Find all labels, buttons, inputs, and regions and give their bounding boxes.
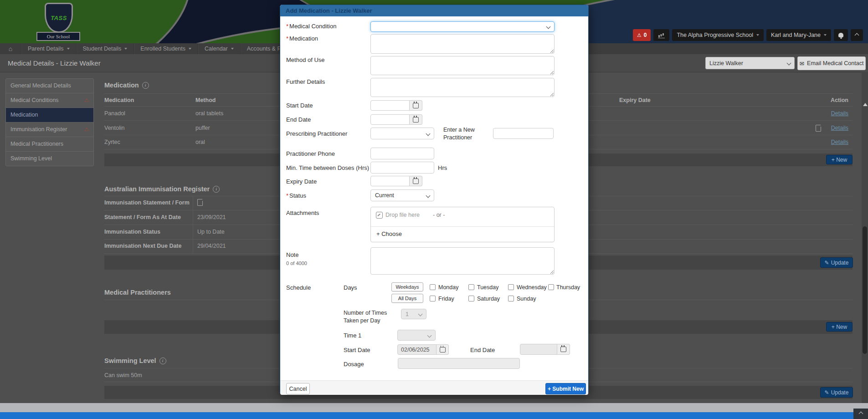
sidebar-item-medication[interactable]: Medication bbox=[6, 107, 93, 122]
practitioner-phone-label: Practitioner Phone bbox=[286, 150, 335, 157]
medication-textarea[interactable] bbox=[370, 34, 555, 54]
min-time-input[interactable] bbox=[370, 162, 434, 174]
sidebar-item-swimming-level[interactable]: Swimming Level bbox=[6, 151, 93, 166]
air-row-value: 29/04/2021 bbox=[197, 243, 226, 249]
vertical-scrollbar[interactable] bbox=[862, 72, 868, 403]
update-swimming-button[interactable]: ✎ Update bbox=[820, 387, 853, 398]
tuesday-checkbox[interactable] bbox=[468, 284, 474, 290]
collapse-header-button[interactable] bbox=[851, 29, 863, 41]
chevron-up-icon bbox=[858, 412, 863, 416]
nav-student-details[interactable]: Student Details bbox=[77, 43, 134, 54]
method-of-use-textarea[interactable] bbox=[370, 56, 555, 75]
schedule-start-date-input[interactable]: 02/06/2025 bbox=[397, 344, 437, 355]
page-title: Medical Details - Lizzie Walker bbox=[8, 59, 101, 67]
details-link[interactable]: Details bbox=[812, 139, 848, 145]
further-details-textarea[interactable] bbox=[370, 78, 555, 97]
prescribing-practitioner-select[interactable] bbox=[370, 128, 434, 139]
time1-label: Time 1 bbox=[344, 332, 361, 339]
end-date-input[interactable] bbox=[370, 114, 410, 125]
new-practitioner-button[interactable]: + New bbox=[826, 322, 853, 332]
new-medication-button[interactable]: + New bbox=[826, 155, 853, 164]
further-details-label: Further Details bbox=[286, 78, 325, 85]
schedule-end-date-input[interactable] bbox=[520, 344, 557, 355]
info-icon[interactable]: i bbox=[213, 186, 220, 193]
notifications-button[interactable] bbox=[834, 29, 848, 41]
chart-icon bbox=[658, 32, 665, 38]
modal-title: Add Medication - Lizzie Walker bbox=[280, 5, 588, 16]
logo-text: TASS bbox=[51, 15, 67, 21]
prescribing-practitioner-label: Prescribing Practitioner bbox=[286, 130, 347, 137]
alert-badge[interactable]: ⚠ 0 bbox=[633, 29, 651, 41]
status-select[interactable]: Current bbox=[370, 189, 434, 201]
swimming-heading: Swimming Level i bbox=[104, 357, 166, 364]
scroll-to-top-button[interactable] bbox=[853, 409, 868, 419]
practitioner-phone-input[interactable] bbox=[370, 148, 434, 159]
friday-checkbox[interactable] bbox=[430, 296, 436, 301]
times-per-day-select[interactable]: 1 bbox=[401, 309, 426, 319]
method-of-use-label: Method of Use bbox=[286, 56, 325, 63]
pencil-icon: ✎ bbox=[825, 389, 829, 396]
analytics-button[interactable] bbox=[653, 29, 669, 41]
submit-new-button[interactable]: + Submit New bbox=[545, 383, 586, 394]
details-link[interactable]: Details bbox=[812, 125, 848, 131]
attachments-dropzone[interactable]: Drop file here - or - + Choose bbox=[370, 207, 555, 242]
attachment-document-icon[interactable] bbox=[197, 199, 203, 206]
update-immunisation-button[interactable]: ✎ Update bbox=[820, 257, 853, 268]
expiry-date-input[interactable] bbox=[370, 176, 410, 186]
new-practitioner-input[interactable] bbox=[493, 128, 554, 139]
email-medical-contact-button[interactable]: ✉ Email Medical Contact bbox=[797, 56, 866, 70]
weekdays-button[interactable]: Weekdays bbox=[391, 282, 423, 291]
start-date-input[interactable] bbox=[370, 100, 410, 111]
thursday-checkbox[interactable] bbox=[548, 284, 554, 290]
sidebar-item-medical-practitioners[interactable]: Medical Practitioners bbox=[6, 137, 93, 151]
end-date-calendar-button[interactable] bbox=[410, 114, 422, 125]
scroll-up-arrow-icon[interactable] bbox=[863, 103, 868, 106]
col-method: Method bbox=[195, 97, 216, 103]
sidebar-item-immunisation-register[interactable]: Immunisation Register ⚠ bbox=[6, 122, 93, 137]
sidebar-item-medical-conditions[interactable]: Medical Conditions ⚠ bbox=[6, 93, 93, 107]
nav-home[interactable]: ⌂ bbox=[0, 43, 21, 54]
time1-select[interactable] bbox=[397, 330, 436, 341]
scrollbar-thumb[interactable] bbox=[863, 226, 867, 354]
details-link[interactable]: Details bbox=[812, 110, 848, 117]
school-menu[interactable]: The Alpha Progressive School bbox=[672, 29, 763, 41]
all-days-button[interactable]: All Days bbox=[391, 294, 423, 303]
schedule-start-date-calendar-button[interactable] bbox=[437, 344, 449, 355]
hrs-suffix: Hrs bbox=[438, 164, 447, 171]
saturday-checkbox[interactable] bbox=[468, 296, 474, 301]
dosage-input[interactable] bbox=[398, 358, 520, 369]
nav-parent-details[interactable]: Parent Details bbox=[21, 43, 77, 54]
choose-file-button[interactable]: + Choose bbox=[376, 230, 402, 237]
sunday-checkbox[interactable] bbox=[508, 296, 514, 301]
status-label: *Status bbox=[286, 192, 306, 199]
note-textarea[interactable] bbox=[370, 247, 555, 275]
expiry-date-calendar-button[interactable] bbox=[410, 176, 422, 186]
monday-checkbox[interactable] bbox=[430, 284, 436, 290]
chevron-down-icon bbox=[756, 34, 759, 36]
nav-calendar[interactable]: Calendar bbox=[198, 43, 241, 54]
chevron-down-icon bbox=[824, 34, 827, 36]
medication-heading: Medication i bbox=[104, 82, 149, 89]
alert-warning-icon: ⚠ bbox=[637, 33, 642, 38]
nav-enrolled-students[interactable]: Enrolled Students bbox=[134, 43, 198, 54]
sidebar-item-general-medical-details[interactable]: General Medical Details bbox=[6, 79, 93, 93]
air-row-value: Up to Date bbox=[197, 229, 225, 235]
cancel-button[interactable]: Cancel bbox=[286, 383, 310, 394]
practitioners-heading: Medical Practitioners bbox=[104, 289, 171, 296]
student-selector[interactable]: Lizzie Walker bbox=[705, 57, 795, 69]
user-menu[interactable]: Karl and Mary-Jane bbox=[766, 29, 831, 41]
info-icon[interactable]: i bbox=[159, 358, 166, 364]
drop-file-icon bbox=[376, 212, 383, 219]
schedule-label: Schedule bbox=[286, 284, 311, 291]
schedule-end-date-calendar-button[interactable] bbox=[557, 344, 570, 355]
days-label: Days bbox=[344, 284, 357, 291]
medical-condition-select[interactable] bbox=[370, 21, 555, 32]
air-row-label: Statement / Form As At Date bbox=[104, 214, 181, 220]
table-row-method: oral tablets bbox=[195, 110, 223, 117]
info-icon[interactable]: i bbox=[142, 82, 149, 89]
wednesday-checkbox[interactable] bbox=[508, 284, 514, 290]
start-date-calendar-button[interactable] bbox=[410, 100, 422, 111]
modal-footer: Cancel + Submit New bbox=[280, 380, 588, 395]
logo-ribbon: Our School bbox=[36, 32, 80, 41]
schedule-start-date-label: Start Date bbox=[344, 347, 370, 353]
